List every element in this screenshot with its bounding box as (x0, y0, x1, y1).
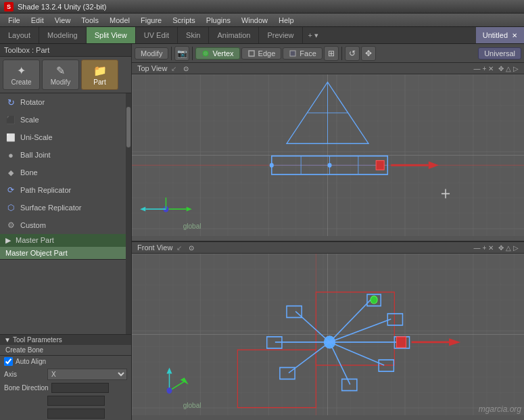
svg-text:global: global (183, 400, 201, 409)
modify-button[interactable]: ✎ Modify (42, 60, 79, 90)
move-icon: ✥ (365, 49, 372, 58)
menu-plugins[interactable]: Plugins (201, 15, 236, 26)
menu-window[interactable]: Window (236, 15, 273, 26)
scale-label: Scale (20, 116, 39, 124)
menu-model[interactable]: Model (104, 15, 135, 26)
menu-help[interactable]: Help (273, 15, 300, 26)
vertex-btn[interactable]: Vertex (195, 47, 239, 60)
move-btn[interactable]: ✥ (361, 46, 376, 61)
menu-tools[interactable]: Tools (76, 15, 104, 26)
zoom-minus[interactable]: — (474, 65, 481, 72)
camera-icon: 📷 (177, 49, 187, 58)
top-viewport-header: Top View ↙ ⊙ — + ✕ ✥ △ ▷ (132, 63, 524, 74)
left-panel: Toolbox : Part ✦ Create ✎ Modify 📁 Part … (0, 44, 132, 420)
tool-list: ↻ Rotator ⬛ Scale ⬜ Uni-Scale ● Ball Joi… (0, 93, 126, 334)
front-view-name: Front View (137, 243, 172, 252)
menu-scripts[interactable]: Scripts (167, 15, 201, 26)
menu-edit[interactable]: Edit (26, 15, 49, 26)
vertex-icon (201, 49, 210, 57)
master-part[interactable]: ▶ Master Part (0, 234, 126, 247)
menu-file[interactable]: File (3, 15, 26, 26)
create-bone-label: Create Bone (5, 346, 43, 354)
face-label: Face (300, 49, 316, 57)
universal-btn[interactable]: Universal (478, 47, 521, 60)
tool-path-replicator[interactable]: ⟳ Path Replicator (0, 181, 126, 199)
edge-btn[interactable]: Edge (241, 47, 282, 60)
scrollbar-thumb[interactable] (126, 107, 130, 147)
menu-figure[interactable]: Figure (135, 15, 167, 26)
edge-icon (247, 49, 256, 57)
tab-preview[interactable]: Preview (259, 27, 302, 43)
create-icon: ✦ (17, 64, 26, 77)
tool-parameters: ▼ Tool Parameters Create Bone Auto Align… (0, 334, 131, 420)
master-object-part[interactable]: Master Object Part (0, 247, 126, 260)
tool-scale[interactable]: ⬛ Scale (0, 111, 126, 129)
svg-rect-18 (376, 160, 384, 170)
bone-direction-input[interactable]: 1.00 (51, 383, 109, 393)
uni-scale-icon: ⬜ (5, 132, 16, 143)
front-view-settings-icon[interactable]: ⊙ (189, 244, 194, 252)
svg-point-20 (327, 163, 331, 168)
uni-scale-label: Uni-Scale (20, 133, 53, 141)
modify-icon: ✎ (56, 64, 65, 77)
modify-vp-btn[interactable]: Modify (135, 47, 168, 60)
face-btn[interactable]: Face (283, 47, 322, 60)
svg-rect-1 (249, 51, 254, 56)
title-text: Shade 13.2.4 Unity (32-bit) (18, 3, 106, 11)
tool-ball-joint[interactable]: ● Ball Joint (0, 146, 126, 164)
grid-btn[interactable]: ⊞ (324, 46, 339, 61)
tool-bone[interactable]: ◆ Bone (0, 164, 126, 181)
top-view-marker: ↙ (171, 65, 176, 72)
toolbox-header: Toolbox : Part (0, 44, 131, 57)
create-button[interactable]: ✦ Create (3, 60, 40, 90)
close-front-viewport[interactable]: ✕ (488, 244, 494, 252)
rotator-icon: ↻ (5, 97, 16, 108)
zoom-plus-front[interactable]: + (483, 244, 487, 252)
zoom-minus-front[interactable]: — (474, 244, 481, 252)
close-icon[interactable]: ✕ (512, 32, 517, 39)
tab-add[interactable]: + ▾ (303, 27, 324, 43)
svg-rect-2 (290, 51, 295, 56)
part-icon: 📁 (93, 64, 107, 77)
menu-view[interactable]: View (49, 15, 76, 26)
tab-untitled[interactable]: Untitled ✕ (476, 27, 524, 43)
zoom-plus[interactable]: + (483, 65, 487, 72)
top-view-settings-icon[interactable]: ⊙ (183, 65, 189, 72)
top-view-controls: — + ✕ ✥ △ ▷ (474, 65, 519, 72)
tool-list-wrapper: ↻ Rotator ⬛ Scale ⬜ Uni-Scale ● Ball Joi… (0, 93, 131, 334)
tab-uv-edit[interactable]: UV Edit (136, 27, 178, 43)
tab-animation[interactable]: Animation (209, 27, 259, 43)
bone-direction-label: Bone Direction (4, 384, 49, 392)
tool-list-scrollbar[interactable] (126, 93, 131, 334)
close-viewport[interactable]: ✕ (488, 65, 494, 72)
watermark: mgarcia.org (479, 404, 521, 414)
svg-text:global: global (183, 221, 201, 230)
tool-custom[interactable]: ⚙ Custom (0, 216, 126, 234)
part-button[interactable]: 📁 Part (81, 60, 118, 90)
auto-align-checkbox[interactable] (4, 357, 13, 366)
axis-row: Axis X Y Z (0, 367, 131, 381)
tool-params-header[interactable]: ▼ Tool Parameters (0, 335, 131, 345)
title-bar: S Shade 13.2.4 Unity (32-bit) (0, 0, 524, 14)
tool-surface-replicator[interactable]: ⬡ Surface Replicator (0, 199, 126, 216)
tab-skin[interactable]: Skin (178, 27, 209, 43)
rotator-label: Rotator (20, 98, 45, 106)
tab-modeling[interactable]: Modeling (39, 27, 87, 43)
axis-select[interactable]: X Y Z (47, 369, 127, 380)
value3-input[interactable]: 0.00 (47, 409, 105, 419)
viewports: Top View ↙ ⊙ — + ✕ ✥ △ ▷ (132, 63, 524, 420)
refresh-btn[interactable]: ↺ (345, 46, 360, 61)
master-part-label: Master Part (16, 236, 54, 244)
tab-layout[interactable]: Layout (0, 27, 39, 43)
universal-label: Universal (484, 49, 515, 57)
tool-buttons: ✦ Create ✎ Modify 📁 Part (0, 57, 131, 93)
camera-btn[interactable]: 📷 (174, 46, 189, 61)
value2-input[interactable]: 0.00 (47, 396, 105, 406)
edge-label: Edge (258, 49, 276, 57)
tool-rotator[interactable]: ↻ Rotator (0, 93, 126, 111)
tool-params-label: Tool Parameters (13, 336, 62, 344)
tab-split-view[interactable]: Split View (87, 27, 136, 43)
tool-uni-scale[interactable]: ⬜ Uni-Scale (0, 129, 126, 146)
top-view-grid: global (132, 74, 524, 236)
vertex-label: Vertex (212, 49, 233, 57)
